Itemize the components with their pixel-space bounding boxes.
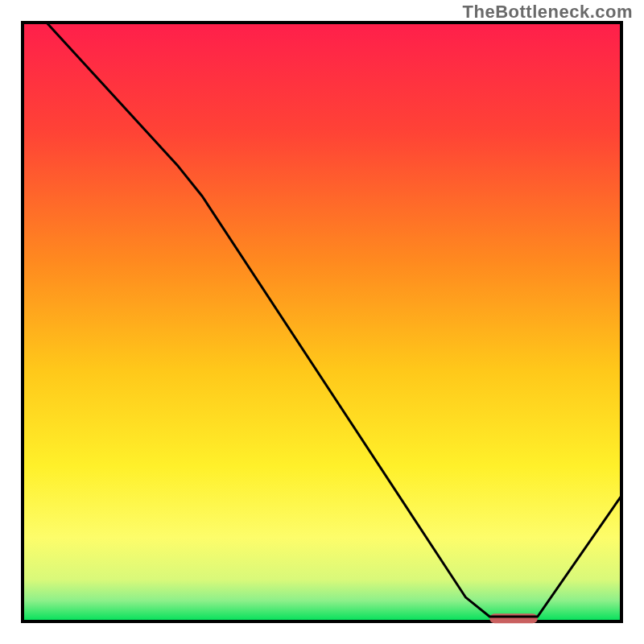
- optimal-range-marker: [489, 613, 538, 623]
- bottleneck-curve-chart: [0, 0, 644, 644]
- gradient-background: [23, 23, 621, 621]
- watermark-text: TheBottleneck.com: [463, 2, 633, 23]
- chart-container: TheBottleneck.com: [0, 0, 644, 644]
